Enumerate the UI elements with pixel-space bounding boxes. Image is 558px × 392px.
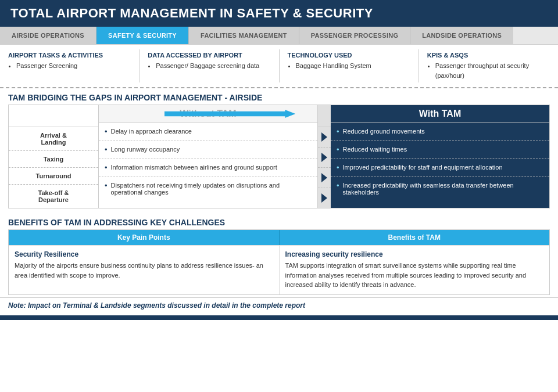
arrow-cell-0 <box>318 127 331 148</box>
info-col-data-title: DATA ACCESSED BY AIRPORT <box>148 52 270 59</box>
benefits-cell-col2-row0-title: Increasing security resilience <box>285 250 544 258</box>
with-tam-item-2: • Improved predictability for staff and … <box>331 159 549 177</box>
benefits-cell-col1-row0-title: Security Resilience <box>15 250 273 258</box>
info-col-data-list: Passenger/ Baggage screening data <box>148 61 270 71</box>
info-col-tech: TECHNOLOGY USED Baggage Handling System <box>280 49 419 82</box>
with-tam-item-0: • Reduced ground movements <box>331 123 549 141</box>
right-arrow-icon-3 <box>321 193 327 203</box>
tab-navigation: AIRSIDE OPERATIONS SAFETY & SECURITY FAC… <box>0 27 558 45</box>
without-tam-items: • Delay in approach clearance • Long run… <box>99 123 317 200</box>
arrow-cell-1 <box>318 148 331 168</box>
with-bullet-icon-0: • <box>337 127 339 136</box>
tam-comparison-table: Arrival &Landing Taxing Turnaround Take-… <box>8 105 550 208</box>
info-col-kpis-item-0: Passenger throughput at security (pax/ho… <box>435 61 550 80</box>
with-tam-item-3: • Increased predictability with seamless… <box>331 177 549 200</box>
with-tam-item-1: • Reduced waiting times <box>331 141 549 159</box>
with-tam-header: With TAM <box>331 105 549 123</box>
info-col-tech-item-0: Baggage Handling System <box>296 61 410 71</box>
with-tam-items: • Reduced ground movements • Reduced wai… <box>331 123 549 200</box>
benefits-header-row: Key Pain Points Benefits of TAM <box>9 230 549 245</box>
info-col-kpis-title: KPIS & ASQS <box>427 52 550 59</box>
info-col-data-item-0: Passenger/ Baggage screening data <box>156 61 270 71</box>
benefits-cell-col1-row0-text: Majority of the airports ensure business… <box>15 261 273 280</box>
arrow-column <box>318 105 331 208</box>
with-tam-column: With TAM • Reduced ground movements • Re… <box>331 105 549 208</box>
arrow-cell-2 <box>318 168 331 188</box>
bullet-icon-1: • <box>105 145 108 154</box>
info-col-tech-list: Baggage Handling System <box>288 61 410 71</box>
tam-label-arrival: Arrival &Landing <box>9 127 98 151</box>
tam-section-heading: TAM BRIDGING THE GAPS IN AIRPORT MANAGEM… <box>0 88 558 105</box>
info-col-kpis-list: Passenger throughput at security (pax/ho… <box>427 61 550 80</box>
tab-landside-operations[interactable]: LANDSIDE OPERATIONS <box>410 27 513 44</box>
info-col-kpis: KPIS & ASQS Passenger throughput at secu… <box>419 49 558 82</box>
bullet-icon-2: • <box>105 163 108 172</box>
tab-facilities-management[interactable]: FACILITIES MANAGEMENT <box>189 27 299 44</box>
right-arrow-icon-1 <box>321 153 327 162</box>
footer-note: Note: Impact on Terminal & Landside segm… <box>0 297 558 313</box>
without-tam-item-3: • Dispatchers not receiving timely updat… <box>99 177 317 200</box>
info-col-data: DATA ACCESSED BY AIRPORT Passenger/ Bagg… <box>140 49 279 82</box>
footer-bar <box>0 315 558 320</box>
bullet-icon-0: • <box>105 127 108 136</box>
benefits-header-col1: Key Pain Points <box>9 230 280 245</box>
benefits-cell-col2-row0-text: TAM supports integration of smart survei… <box>285 261 544 290</box>
without-tam-item-2: • Information mismatch between airlines … <box>99 159 317 177</box>
info-col-tasks-title: AIRPORT TASKS & ACTIVITIES <box>8 52 131 59</box>
tam-labels-column: Arrival &Landing Taxing Turnaround Take-… <box>9 105 99 208</box>
tam-label-takeoff: Take-off &Departure <box>9 185 98 208</box>
without-tam-item-1: • Long runway occupancy <box>99 141 317 159</box>
tam-label-header-empty <box>9 105 98 127</box>
arrow-indicator <box>164 110 296 118</box>
arrow-cell-3 <box>318 188 331 208</box>
bullet-icon-3: • <box>105 181 108 190</box>
info-col-tasks-list: Passenger Screening <box>8 61 131 71</box>
tam-label-taxing: Taxing <box>9 151 98 168</box>
info-col-tech-title: TECHNOLOGY USED <box>288 52 410 59</box>
benefits-table: Key Pain Points Benefits of TAM Security… <box>8 229 550 295</box>
benefits-heading: BENEFITS OF TAM IN ADDRESSING KEY CHALLE… <box>0 214 558 229</box>
without-tam-header: Without TAM <box>99 105 317 123</box>
page-title: TOTAL AIRPORT MANAGEMENT IN SAFETY & SEC… <box>0 0 558 27</box>
info-col-tasks-item-0: Passenger Screening <box>16 61 131 71</box>
tab-passenger-processing[interactable]: PASSENGER PROCESSING <box>299 27 411 44</box>
right-arrow-icon-0 <box>321 132 327 142</box>
benefits-header-col2: Benefits of TAM <box>280 230 550 245</box>
info-columns: AIRPORT TASKS & ACTIVITIES Passenger Scr… <box>0 45 558 88</box>
benefits-body-row-0: Security Resilience Majority of the airp… <box>9 245 549 294</box>
with-bullet-icon-1: • <box>337 145 339 154</box>
tab-airside-operations[interactable]: AIRSIDE OPERATIONS <box>0 27 96 44</box>
tab-safety-security[interactable]: SAFETY & SECURITY <box>96 27 189 44</box>
benefits-cell-col1-row0: Security Resilience Majority of the airp… <box>9 246 280 294</box>
arrow-rows <box>318 127 331 208</box>
without-tam-column: Without TAM • Delay in approach clearanc… <box>99 105 318 208</box>
tam-label-turnaround: Turnaround <box>9 168 98 185</box>
arrow-bar-inner <box>164 110 296 118</box>
with-bullet-icon-3: • <box>337 181 339 190</box>
without-tam-item-0: • Delay in approach clearance <box>99 123 317 141</box>
info-col-tasks: AIRPORT TASKS & ACTIVITIES Passenger Scr… <box>0 49 140 82</box>
right-arrow-icon-2 <box>321 173 327 182</box>
arrow-header-empty <box>318 105 331 127</box>
benefits-cell-col2-row0: Increasing security resilience TAM suppo… <box>280 246 550 294</box>
with-bullet-icon-2: • <box>337 163 339 172</box>
